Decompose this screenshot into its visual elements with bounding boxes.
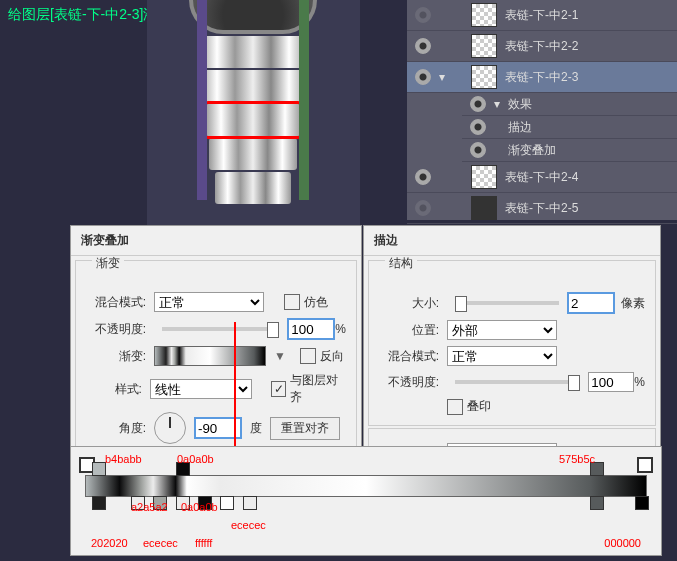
- hex-label: 0a0a0b: [177, 453, 214, 465]
- opacity-input[interactable]: [588, 372, 634, 392]
- reset-button[interactable]: 重置对齐: [270, 417, 340, 440]
- opacity-input[interactable]: [287, 318, 335, 340]
- color-stop[interactable]: [590, 496, 604, 510]
- visibility-icon[interactable]: [415, 38, 431, 54]
- color-stop[interactable]: [220, 496, 234, 510]
- size-input[interactable]: [567, 292, 615, 314]
- layer-row[interactable]: 表链-下-中2-4: [407, 162, 677, 193]
- color-stop[interactable]: [92, 462, 106, 476]
- arrow-icon: [234, 322, 236, 462]
- color-stop[interactable]: [92, 496, 106, 510]
- angle-dial[interactable]: [154, 412, 186, 444]
- visibility-icon[interactable]: [470, 96, 486, 112]
- fx-row[interactable]: ▾效果: [462, 93, 677, 116]
- color-stop[interactable]: [243, 496, 257, 510]
- style-select[interactable]: 线性: [150, 379, 253, 399]
- visibility-icon[interactable]: [415, 7, 431, 23]
- reverse-check[interactable]: [300, 348, 316, 364]
- hex-label: b4babb: [105, 453, 142, 465]
- dither-check[interactable]: [284, 294, 300, 310]
- position-select[interactable]: 外部: [447, 320, 557, 340]
- hex-label: a2a5a2: [131, 501, 168, 513]
- visibility-icon[interactable]: [415, 69, 431, 85]
- gradient-editor: b4babb 0a0a0b 575b5c a2a5a2 0a0a0b ecece…: [70, 446, 662, 556]
- layer-row[interactable]: 表链-下-中2-2: [407, 31, 677, 62]
- gradient-picker[interactable]: [154, 346, 266, 366]
- align-check[interactable]: ✓: [271, 381, 286, 397]
- layer-row-active[interactable]: ▾表链-下-中2-3: [407, 62, 677, 93]
- panel-title: 渐变叠加: [71, 226, 361, 256]
- hex-label: 202020: [91, 537, 128, 549]
- color-stop[interactable]: [635, 496, 649, 510]
- hex-label: 0a0a0b: [181, 501, 218, 513]
- blend-select[interactable]: 正常: [447, 346, 557, 366]
- overprint-check[interactable]: [447, 399, 463, 415]
- fx-overlay[interactable]: 渐变叠加: [462, 139, 677, 162]
- opacity-slider[interactable]: [162, 327, 279, 331]
- fx-stroke[interactable]: 描边: [462, 116, 677, 139]
- expand-icon[interactable]: ▾: [439, 70, 449, 84]
- hex-label: ffffff: [195, 537, 212, 549]
- hex-label: ececec: [231, 519, 266, 531]
- opacity-stop[interactable]: [637, 457, 653, 473]
- hex-label: 000000: [604, 537, 641, 549]
- layer-row[interactable]: 表链-下-中2-1: [407, 0, 677, 31]
- visibility-icon[interactable]: [470, 142, 486, 158]
- panel-title: 描边: [364, 226, 660, 256]
- stroke-panel: 描边 结构 大小:像素 位置:外部 混合模式:正常 不透明度:% 叠印 填充类型…: [363, 225, 661, 447]
- opacity-slider[interactable]: [455, 380, 580, 384]
- gradient-ramp[interactable]: [85, 475, 647, 497]
- blend-select[interactable]: 正常: [154, 292, 264, 312]
- size-slider[interactable]: [455, 301, 559, 305]
- hex-label: 575b5c: [559, 453, 595, 465]
- visibility-icon[interactable]: [415, 200, 431, 216]
- layer-row[interactable]: 表链-下-中2-5: [407, 193, 677, 224]
- hex-label: ececec: [143, 537, 178, 549]
- visibility-icon[interactable]: [470, 119, 486, 135]
- layers-panel: 表链-下-中2-1 表链-下-中2-2 ▾表链-下-中2-3 ▾效果 描边 渐变…: [407, 0, 677, 220]
- selected-link: [205, 104, 301, 136]
- preview-area: [147, 0, 360, 225]
- visibility-icon[interactable]: [415, 169, 431, 185]
- gradient-overlay-panel: 渐变叠加 渐变 混合模式:正常仿色 不透明度:% 渐变:▼反向 样式:线性✓与图…: [70, 225, 362, 447]
